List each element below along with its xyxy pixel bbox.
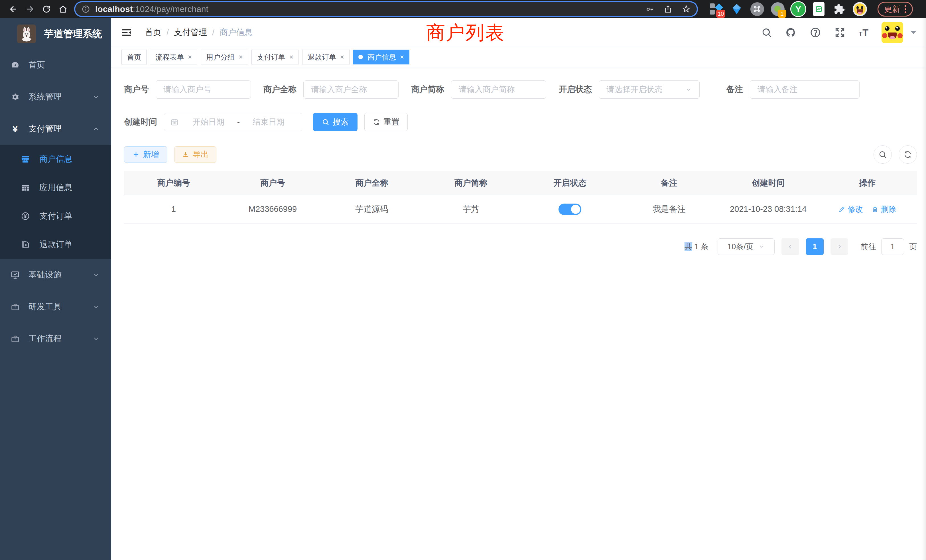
prev-page-button[interactable] bbox=[781, 238, 799, 255]
status-label: 开启状态 bbox=[559, 84, 592, 95]
tab-home[interactable]: 首页 bbox=[121, 50, 147, 64]
export-button[interactable]: 导出 bbox=[174, 146, 216, 163]
share-icon[interactable] bbox=[664, 5, 672, 14]
merchant-no-input[interactable]: 请输入商户号 bbox=[156, 80, 251, 98]
create-time-label: 创建时间 bbox=[124, 117, 157, 128]
browser-forward-button[interactable] bbox=[22, 1, 38, 17]
create-time-range-picker[interactable]: 开始日期 - 结束日期 bbox=[164, 113, 302, 131]
font-size-icon[interactable]: TT bbox=[859, 28, 869, 37]
tab-user-group[interactable]: 用户分组× bbox=[201, 50, 248, 64]
app-logo-rabbit bbox=[17, 24, 36, 43]
pagination-total: 共 1 条 bbox=[684, 242, 708, 252]
dashboard-icon bbox=[10, 61, 20, 70]
app-logo-row[interactable]: 芋道管理系统 bbox=[0, 18, 111, 49]
add-button[interactable]: 新增 bbox=[124, 146, 167, 163]
close-icon[interactable]: × bbox=[289, 53, 294, 61]
fullscreen-icon[interactable] bbox=[834, 27, 846, 38]
browser-back-button[interactable] bbox=[5, 1, 22, 17]
short-name-label: 商户简称 bbox=[411, 84, 444, 95]
github-icon[interactable] bbox=[785, 27, 797, 38]
grid-icon bbox=[21, 183, 30, 192]
browser-update-menu-button[interactable]: 更新 bbox=[878, 2, 913, 17]
cell-full-name: 芋道源码 bbox=[322, 204, 421, 215]
close-icon[interactable]: × bbox=[239, 53, 243, 61]
sidebar-item-pay[interactable]: ¥ 支付管理 bbox=[0, 113, 111, 145]
sidebar-item-system[interactable]: 系统管理 bbox=[0, 81, 111, 113]
page-size-select[interactable]: 10条/页 bbox=[717, 238, 775, 255]
extension-kite-icon[interactable] bbox=[729, 2, 744, 17]
site-info-icon[interactable] bbox=[82, 5, 90, 14]
user-avatar[interactable] bbox=[882, 22, 903, 43]
end-date-input[interactable]: 结束日期 bbox=[242, 117, 296, 127]
next-page-button[interactable] bbox=[831, 238, 848, 255]
close-icon[interactable]: × bbox=[400, 53, 404, 61]
reset-button[interactable]: 重置 bbox=[365, 113, 408, 131]
chevron-left-icon bbox=[787, 243, 794, 250]
bookmark-star-icon[interactable] bbox=[682, 5, 690, 14]
search-icon[interactable] bbox=[761, 27, 772, 38]
gear-icon bbox=[10, 92, 20, 101]
sidebar-item-refund-order[interactable]: 退款订单 bbox=[0, 230, 111, 259]
password-key-icon[interactable] bbox=[646, 5, 654, 14]
sidebar-item-workflow[interactable]: 工作流程 bbox=[0, 323, 111, 355]
scrollbar-strip[interactable] bbox=[921, 18, 926, 560]
cell-remark: 我是备注 bbox=[619, 204, 719, 215]
tab-pay-order[interactable]: 支付订单× bbox=[251, 50, 299, 64]
extension-sheets-icon[interactable] bbox=[811, 2, 826, 17]
chevron-down-icon bbox=[92, 335, 100, 342]
extension-y-icon[interactable]: Y bbox=[791, 2, 806, 17]
page-unit-label: 页 bbox=[909, 242, 917, 252]
status-select[interactable]: 请选择开启状态 bbox=[599, 80, 700, 98]
refresh-table-button[interactable] bbox=[899, 145, 917, 163]
remark-label: 备注 bbox=[726, 84, 743, 95]
cell-create-time: 2021-10-23 08:31:14 bbox=[719, 204, 818, 214]
show-search-toggle-button[interactable] bbox=[873, 145, 892, 163]
sidebar-item-home[interactable]: 首页 bbox=[0, 49, 111, 81]
sidebar-item-infra[interactable]: 基础设施 bbox=[0, 259, 111, 291]
full-name-input[interactable]: 请输入商户全称 bbox=[303, 80, 399, 98]
start-date-input[interactable]: 开始日期 bbox=[181, 117, 236, 127]
avatar-caret-icon[interactable] bbox=[911, 31, 916, 34]
extension-badge: 1 bbox=[778, 10, 786, 18]
forward-arrow-icon bbox=[25, 4, 35, 14]
cell-short-name: 芋艿 bbox=[421, 204, 520, 215]
sidebar-fold-icon[interactable] bbox=[121, 27, 132, 38]
full-name-label: 商户全称 bbox=[263, 84, 297, 95]
merchant-no-label: 商户号 bbox=[124, 84, 149, 95]
short-name-input[interactable]: 请输入商户简称 bbox=[451, 80, 546, 98]
breadcrumb: 首页 / 支付管理 / 商户信息 bbox=[145, 27, 253, 38]
goto-page-input[interactable]: 1 bbox=[881, 238, 904, 255]
search-button[interactable]: 搜索 bbox=[313, 113, 357, 131]
breadcrumb-home[interactable]: 首页 bbox=[145, 27, 161, 38]
refresh-icon bbox=[373, 118, 380, 126]
tab-refund-order[interactable]: 退款订单× bbox=[302, 50, 350, 64]
sidebar-item-merchant-info[interactable]: 商户信息 bbox=[0, 145, 111, 173]
merchant-list-page: 商户号 请输入商户号 商户全称 请输入商户全称 商户简称 请输入商户简称 开启状… bbox=[111, 67, 926, 560]
close-icon[interactable]: × bbox=[188, 53, 192, 61]
close-icon[interactable]: × bbox=[340, 53, 344, 61]
sidebar-item-dev-tools[interactable]: 研发工具 bbox=[0, 291, 111, 323]
delete-link[interactable]: 删除 bbox=[872, 204, 896, 215]
browser-reload-button[interactable] bbox=[38, 1, 55, 17]
edit-link[interactable]: 修改 bbox=[838, 204, 863, 215]
extension-recorder-icon[interactable]: 1 bbox=[770, 2, 785, 17]
extension-tasks-icon[interactable]: 10 bbox=[709, 2, 723, 17]
status-toggle[interactable] bbox=[558, 204, 581, 215]
tab-flow-form[interactable]: 流程表单× bbox=[150, 50, 197, 64]
pagination: 共 1 条 10条/页 1 前往 1 页 bbox=[124, 238, 917, 255]
help-icon[interactable] bbox=[809, 27, 821, 38]
sidebar-item-pay-order[interactable]: 支付订单 bbox=[0, 202, 111, 230]
sidebar-item-app-info[interactable]: 应用信息 bbox=[0, 173, 111, 202]
browser-home-button[interactable] bbox=[55, 1, 71, 17]
remark-input[interactable]: 请输入备注 bbox=[750, 80, 859, 98]
extension-command-icon[interactable] bbox=[750, 2, 765, 17]
tab-merchant-info[interactable]: 商户信息× bbox=[353, 50, 409, 64]
breadcrumb-current: 商户信息 bbox=[219, 27, 253, 38]
browser-profile-avatar[interactable] bbox=[852, 2, 867, 17]
page-number-button[interactable]: 1 bbox=[806, 238, 824, 255]
extensions-puzzle-icon[interactable] bbox=[832, 2, 847, 17]
breadcrumb-pay[interactable]: 支付管理 bbox=[174, 27, 207, 38]
address-bar[interactable]: localhost:1024/pay/merchant bbox=[75, 2, 697, 16]
chevron-down-icon bbox=[92, 303, 100, 310]
col-actions: 操作 bbox=[818, 177, 917, 189]
